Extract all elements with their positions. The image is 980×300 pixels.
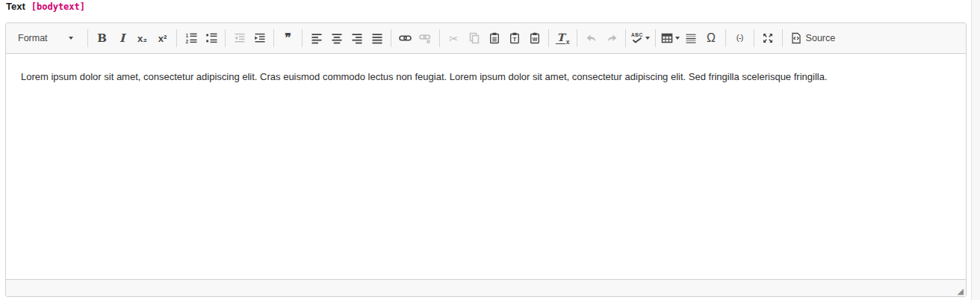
cut-button: ✂ (444, 28, 464, 48)
editor-paragraph: Lorem ipsum dolor sit amet, consectetur … (21, 70, 951, 85)
align-right-button[interactable] (347, 28, 367, 48)
subscript-icon: x₂ (137, 34, 147, 43)
subscript-button[interactable]: x₂ (132, 28, 152, 48)
toolbar-separator (273, 29, 274, 47)
paste-from-word-icon: W (529, 32, 541, 44)
blockquote-button[interactable]: ❞ (278, 28, 298, 48)
dash-button[interactable]: (-) (730, 28, 750, 48)
italic-icon: I (120, 33, 125, 44)
paste-from-word-button[interactable]: W (524, 28, 545, 48)
format-dropdown[interactable]: Format (13, 28, 78, 48)
remove-format-icon: T x (556, 32, 569, 44)
indent-icon (254, 32, 266, 44)
bulleted-list-button[interactable] (201, 28, 221, 48)
unlink-icon (419, 32, 432, 44)
superscript-icon: x² (158, 34, 167, 43)
redo-icon (606, 32, 618, 44)
page-right-gutter (971, 0, 980, 300)
italic-button[interactable]: I (112, 28, 132, 48)
chevron-down-icon (675, 37, 680, 40)
dash-icon: (-) (736, 34, 743, 43)
align-left-button[interactable] (306, 28, 326, 48)
svg-text:W: W (532, 37, 537, 42)
bulleted-list-icon (205, 32, 217, 44)
editor-content-area[interactable]: Lorem ipsum dolor sit amet, consectetur … (6, 54, 966, 279)
paste-text-icon: T (509, 32, 521, 44)
redo-button (601, 28, 621, 48)
toolbar-separator (782, 29, 783, 47)
svg-text:T: T (512, 36, 516, 43)
blockquote-icon: ❞ (285, 32, 291, 44)
undo-icon (586, 32, 598, 44)
editor-toolbar: Format B I x₂ x² 1 2 (6, 23, 966, 54)
horizontal-rule-button[interactable] (681, 28, 701, 48)
toolbar-separator (302, 29, 303, 47)
field-label-row: Text [bodytext] (6, 1, 85, 12)
field-label: Text (6, 1, 25, 12)
toolbar-separator (176, 29, 177, 47)
outdent-icon (234, 32, 246, 44)
justify-icon (371, 32, 383, 44)
paste-button[interactable] (484, 28, 504, 48)
paste-icon (489, 32, 500, 44)
source-button-label: Source (806, 33, 836, 43)
maximize-button[interactable] (758, 28, 778, 48)
undo-button (581, 28, 601, 48)
numbered-list-icon: 1 2 (185, 32, 197, 44)
justify-button[interactable] (367, 28, 387, 48)
source-button[interactable]: Source (787, 28, 840, 48)
table-button[interactable] (660, 28, 681, 48)
superscript-button[interactable]: x² (152, 28, 173, 48)
table-icon (661, 32, 673, 44)
spellcheck-button[interactable]: ABC (630, 28, 651, 48)
indent-button[interactable] (249, 28, 270, 48)
omega-icon: Ω (707, 32, 716, 44)
copy-button (464, 28, 484, 48)
toolbar-separator (87, 29, 88, 47)
chevron-down-icon (645, 37, 650, 40)
outdent-button (229, 28, 249, 48)
toolbar-separator (439, 29, 440, 47)
toolbar-separator (725, 29, 726, 47)
svg-text:1: 1 (185, 33, 188, 38)
align-center-button[interactable] (326, 28, 347, 48)
special-character-button[interactable]: Ω (701, 28, 722, 48)
field-machine-name: [bodytext] (31, 1, 85, 12)
svg-text:2: 2 (185, 39, 188, 44)
editor-bottom-bar: ◢ (6, 279, 966, 296)
link-icon (399, 32, 412, 44)
source-icon (790, 32, 802, 44)
resize-handle-icon[interactable]: ◢ (958, 287, 964, 296)
toolbar-separator (225, 29, 226, 47)
align-center-icon (331, 32, 343, 44)
toolbar-separator (391, 29, 391, 47)
unlink-button (415, 28, 435, 48)
link-button[interactable] (395, 28, 415, 48)
align-left-icon (311, 32, 323, 44)
numbered-list-button[interactable]: 1 2 (181, 28, 201, 48)
toolbar-separator (577, 29, 577, 47)
rich-text-editor: Format B I x₂ x² 1 2 (5, 22, 967, 297)
copy-icon (468, 32, 480, 44)
maximize-icon (762, 32, 774, 44)
format-dropdown-label: Format (18, 33, 48, 43)
paste-text-button[interactable]: T (504, 28, 524, 48)
horizontal-rule-icon (685, 32, 697, 44)
toolbar-separator (625, 29, 626, 47)
spellcheck-icon: ABC (631, 33, 643, 44)
bold-icon: B (97, 33, 107, 44)
remove-format-button[interactable]: T x (553, 28, 573, 48)
toolbar-separator (754, 29, 754, 47)
cut-icon: ✂ (449, 33, 459, 44)
align-right-icon (351, 32, 363, 44)
toolbar-separator (548, 29, 549, 47)
chevron-down-icon (69, 37, 73, 40)
toolbar-separator (655, 29, 656, 47)
bold-button[interactable]: B (92, 28, 112, 48)
